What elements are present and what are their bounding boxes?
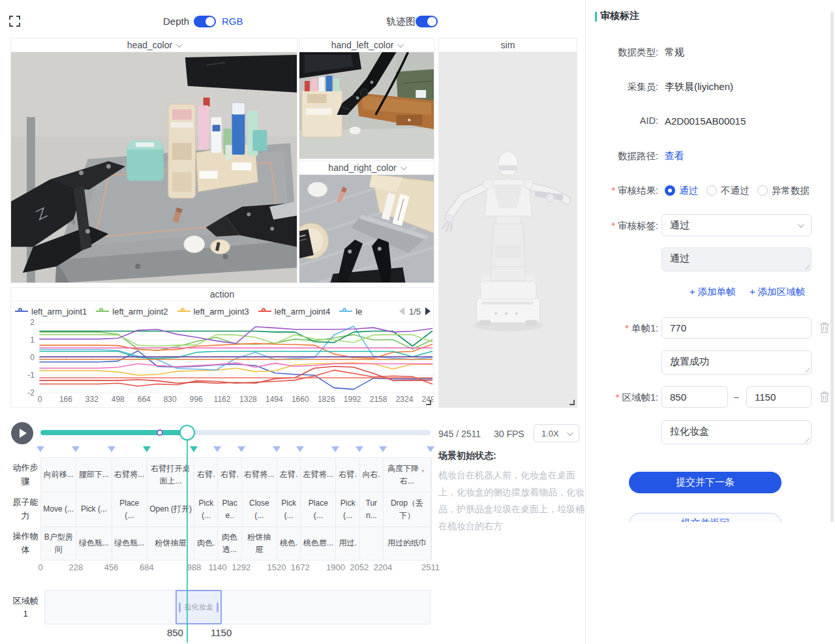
step-cell[interactable]: 用过的纸巾 [384, 527, 431, 560]
submit-next-button[interactable]: 提交并下一条 [629, 472, 782, 493]
legend-item[interactable]: left_arm_joint3 [177, 307, 249, 316]
submit-return-button[interactable]: 提交并返回 [629, 513, 782, 522]
review-tag-select[interactable]: 通过 [661, 214, 812, 236]
step-cell[interactable]: 肉色. [194, 527, 218, 560]
step-cell[interactable]: B户型房间 [41, 527, 76, 560]
legend-item[interactable]: left_arm_joint2 [96, 307, 168, 316]
hand-right-color-title[interactable]: hand_right_color [299, 161, 434, 175]
step-cell[interactable]: 左臂. [277, 458, 301, 493]
data-path-link[interactable]: 查看 [665, 150, 684, 162]
legend-item-label: left_arm_joint3 [194, 307, 249, 316]
step-cell[interactable]: 肉色透... [218, 527, 241, 560]
single-frame-note[interactable]: 放置成功 [661, 350, 812, 375]
timeline-marker-icon[interactable] [356, 446, 363, 452]
playback-slider[interactable] [40, 430, 431, 435]
timeline-marker-icon[interactable] [190, 446, 198, 452]
timeline-marker-icon[interactable] [72, 446, 80, 452]
legend-prev-icon[interactable] [399, 307, 404, 315]
toggle-knob [427, 17, 436, 26]
legend-item[interactable]: left_arm_joint1 [15, 307, 87, 316]
hand-left-color-title[interactable]: hand_left_color [299, 38, 434, 52]
speed-select[interactable]: 1.0X [534, 424, 579, 442]
step-cell[interactable]: Place (... [112, 493, 147, 527]
legend-item[interactable]: le [339, 307, 362, 316]
step-cell[interactable]: Pick (... [194, 493, 218, 527]
fullscreen-icon[interactable] [9, 16, 20, 27]
step-cell[interactable]: 右臂. [336, 458, 359, 493]
scrollbar-thumb[interactable] [830, 12, 834, 522]
play-button[interactable] [11, 422, 33, 444]
head-color-title[interactable]: head_color [11, 38, 297, 52]
step-cell[interactable]: 右臂将... [242, 458, 277, 493]
delete-region-frame-icon[interactable] [819, 391, 830, 403]
step-cell[interactable]: 桃色唇... [301, 527, 336, 560]
step-cell[interactable]: 用过. [336, 527, 359, 560]
step-cell[interactable]: Move (... [41, 493, 76, 527]
step-cell[interactable]: 腰部下... [76, 458, 112, 493]
step-cell[interactable]: Place (... [301, 493, 336, 527]
step-cell[interactable]: 桃色. [277, 527, 301, 560]
drag-handle-right-icon[interactable] [217, 602, 219, 612]
chevron-down-icon [397, 41, 404, 48]
step-cell-text: 粉饼抽屉 [242, 530, 277, 557]
review-tag-note[interactable]: 通过 [661, 247, 812, 271]
timeline-marker-icon[interactable] [331, 446, 339, 452]
sim-viewport[interactable] [439, 52, 577, 407]
step-cell[interactable]: 绿色瓶... [112, 527, 147, 560]
timeline-marker-icon[interactable] [427, 446, 434, 452]
radio-abnormal-label[interactable]: 异常数据 [772, 185, 810, 197]
step-cell[interactable]: 右臂. [218, 458, 241, 493]
timeline-marker-icon[interactable] [143, 446, 151, 452]
step-cell[interactable]: 右臂. [194, 458, 218, 493]
step-cell[interactable] [360, 527, 384, 560]
radio-pass[interactable] [665, 185, 675, 196]
add-region-frame-link[interactable]: + 添加区域帧 [750, 286, 805, 298]
resize-handle-icon[interactable] [426, 400, 431, 405]
radio-abnormal[interactable] [757, 185, 768, 196]
timeline-marker-icon[interactable] [108, 446, 115, 452]
depth-rgb-toggle[interactable] [194, 16, 216, 27]
delete-single-frame-icon[interactable] [819, 322, 830, 333]
timeline-marker-icon[interactable] [37, 446, 44, 452]
row-label: 原子能力 [10, 492, 40, 527]
region-start-input[interactable]: 850 [661, 386, 728, 408]
step-cell[interactable]: Pick (... [76, 493, 112, 527]
region-frame-block[interactable]: 拉化妆盒 [175, 590, 222, 624]
step-cell[interactable]: Turn... [360, 493, 384, 527]
radio-fail-label[interactable]: 不通过 [721, 185, 750, 197]
legend-item[interactable]: left_arm_joint4 [258, 307, 330, 316]
step-cell[interactable]: Pick (... [336, 493, 359, 527]
radio-pass-label[interactable]: 通过 [679, 185, 698, 197]
add-single-frame-link[interactable]: + 添加单帧 [690, 286, 736, 298]
step-cell[interactable]: 向前移... [41, 458, 76, 493]
hand-right-color-title-text: hand_right_color [328, 162, 396, 173]
timeline-marker-icon[interactable] [273, 446, 281, 452]
step-cell[interactable]: 粉饼抽屉 [242, 527, 277, 560]
slider-handle[interactable] [179, 425, 195, 440]
head-color-panel: head_color [10, 38, 297, 283]
timeline-marker-icon[interactable] [296, 446, 304, 452]
timeline-marker-icon[interactable] [213, 446, 221, 452]
step-cell-text: 绿色瓶... [77, 536, 111, 550]
step-cell[interactable]: Pick (... [277, 493, 301, 527]
step-cell[interactable]: 绿色瓶... [76, 527, 112, 560]
timeline-marker-icon[interactable] [237, 446, 245, 452]
region-frame-track[interactable]: 拉化妆盒 [44, 590, 431, 624]
step-cell[interactable]: Place.. [218, 493, 241, 527]
step-cell[interactable]: 左臂将... [301, 458, 336, 493]
single-frame-input[interactable]: 770 [661, 317, 812, 339]
drag-handle-left-icon[interactable] [179, 602, 181, 612]
region-frame-note[interactable]: 拉化妆盒 [661, 420, 812, 444]
timeline-marker-icon[interactable] [379, 446, 387, 452]
step-cell[interactable]: 向右. [360, 458, 384, 493]
legend-next-icon[interactable] [425, 307, 431, 315]
step-cell[interactable]: 高度下降，右... [384, 458, 431, 493]
region-end-input[interactable]: 1150 [746, 386, 812, 408]
resize-handle-icon[interactable] [569, 400, 575, 405]
chart-series-left_arm_joint3 [40, 363, 432, 375]
step-cell[interactable]: Drop（丢下） [384, 493, 431, 527]
step-cell[interactable]: 右臂将... [112, 458, 147, 493]
radio-fail[interactable] [706, 185, 717, 196]
step-cell[interactable]: Close (... [242, 493, 277, 527]
trajectory-toggle[interactable] [416, 16, 438, 27]
